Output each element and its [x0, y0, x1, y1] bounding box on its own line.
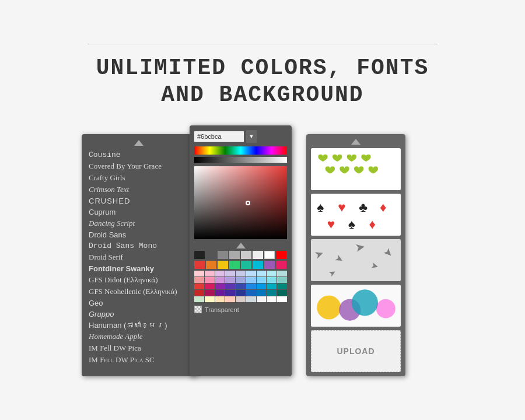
list-item[interactable]: Dancing Script [89, 218, 195, 229]
palette-cell[interactable] [277, 284, 287, 289]
list-item[interactable]: Fontdiner Swanky [89, 263, 195, 274]
swatch[interactable] [194, 261, 205, 269]
svg-point-19 [352, 289, 378, 316]
swatch[interactable] [229, 251, 240, 259]
swatch[interactable] [264, 251, 275, 259]
palette-cell[interactable] [246, 271, 256, 276]
palette-cell[interactable] [205, 277, 215, 283]
rainbow-slider[interactable] [194, 146, 287, 155]
palette-cell[interactable] [205, 296, 215, 302]
list-item[interactable]: Homemade Apple [89, 331, 195, 342]
palette-cell[interactable] [194, 284, 204, 289]
bg-thumbnail-3[interactable]: ➤ ➤ ➤ ➤ ➤ ➤ [311, 239, 401, 281]
swatch[interactable] [241, 251, 251, 259]
swatch[interactable] [194, 251, 205, 259]
list-item[interactable]: IM Fell DW Pica [89, 342, 195, 354]
list-item[interactable]: Droid Serif [89, 251, 195, 263]
palette-cell[interactable] [194, 290, 204, 296]
swatch[interactable] [206, 251, 216, 259]
palette-cell[interactable] [225, 271, 235, 276]
palette-cell[interactable] [267, 284, 276, 289]
swatch[interactable] [276, 261, 286, 269]
color-scroll-up[interactable] [194, 243, 287, 249]
list-item[interactable]: Gruppo [89, 309, 195, 320]
bg-thumbnails: ♠ ♥ ♣ ♦ ♥ ♠ ♦ ➤ ➤ [311, 148, 401, 372]
palette-cell[interactable] [267, 277, 276, 283]
color-saturation-field[interactable] [194, 166, 287, 239]
swatch[interactable] [218, 251, 228, 259]
bg-scroll-up[interactable] [311, 139, 401, 145]
font-scroll-up[interactable] [82, 140, 195, 146]
palette-cell[interactable] [257, 277, 267, 283]
palette-cell[interactable] [267, 296, 276, 302]
color-hex-input[interactable] [194, 131, 244, 142]
palette-cell[interactable] [267, 271, 276, 276]
palette-cell[interactable] [277, 290, 287, 296]
swatch[interactable] [241, 261, 251, 269]
transparent-checkbox[interactable] [194, 306, 202, 313]
swatch[interactable] [229, 261, 240, 269]
palette-cell[interactable] [194, 296, 204, 302]
arrow-up-icon[interactable] [236, 243, 246, 249]
list-item[interactable]: Crimson Text [89, 184, 195, 195]
palette-cell[interactable] [246, 290, 256, 296]
swatch[interactable] [206, 261, 216, 269]
palette-cell[interactable] [215, 296, 225, 302]
palette-cell[interactable] [246, 284, 256, 289]
list-item[interactable]: Cousine [89, 149, 195, 160]
palette-cell[interactable] [246, 296, 256, 302]
palette-cell[interactable] [194, 271, 204, 276]
list-item[interactable]: Cuprum [89, 206, 195, 218]
palette-cell[interactable] [215, 290, 225, 296]
palette-cell[interactable] [257, 271, 267, 276]
swatch[interactable] [276, 251, 286, 259]
list-item[interactable]: Geo [89, 298, 195, 309]
swatch[interactable] [253, 251, 263, 259]
palette-cell[interactable] [205, 271, 215, 276]
list-item[interactable]: IM Fell DW Pica SC [89, 354, 195, 366]
bg-thumbnail-2[interactable]: ♠ ♥ ♣ ♦ ♥ ♠ ♦ [311, 194, 401, 236]
color-dropdown-btn[interactable]: ▼ [246, 130, 257, 143]
list-item[interactable]: Hanuman (ភាសាខ្មែរ) [89, 320, 195, 331]
arrow-up-icon[interactable] [134, 140, 144, 146]
palette-cell[interactable] [205, 284, 215, 289]
list-item[interactable]: Droid Sans [89, 229, 195, 240]
palette-cell[interactable] [194, 277, 204, 283]
palette-cell[interactable] [236, 296, 246, 302]
palette-cell[interactable] [277, 277, 287, 283]
palette-cell[interactable] [225, 284, 235, 289]
swatch[interactable] [253, 261, 263, 269]
palette-cell[interactable] [236, 271, 246, 276]
palette-cell[interactable] [257, 284, 267, 289]
list-item[interactable]: Crafty Girls [89, 172, 195, 184]
gray-slider[interactable] [194, 157, 287, 163]
palette-cell[interactable] [205, 290, 215, 296]
list-item[interactable]: GFS Didot (Ελληνικά) [89, 274, 195, 286]
palette-cell[interactable] [277, 296, 287, 302]
palette-cell[interactable] [257, 296, 267, 302]
palette-cell[interactable] [257, 290, 267, 296]
list-item[interactable]: GFS Neohellenic (Ελληνικά) [89, 286, 195, 298]
bg-upload-button[interactable]: UPLOAD [311, 330, 401, 372]
palette-cell[interactable] [225, 277, 235, 283]
list-item[interactable]: Droid Sans Mono [89, 240, 195, 251]
bg-thumbnail-4[interactable] [311, 285, 401, 327]
palette-cell[interactable] [215, 271, 225, 276]
swatch[interactable] [218, 261, 228, 269]
palette-cell[interactable] [215, 284, 225, 289]
palette-cell[interactable] [215, 277, 225, 283]
list-item[interactable]: CRUSHED [89, 195, 195, 206]
swatch[interactable] [264, 261, 275, 269]
palette-cell[interactable] [225, 296, 235, 302]
palette-cell[interactable] [236, 277, 246, 283]
arrow-up-icon[interactable] [351, 139, 360, 145]
palette-cell[interactable] [236, 284, 246, 289]
palette-cell[interactable] [246, 277, 256, 283]
palette-cell[interactable] [267, 290, 276, 296]
svg-text:♣: ♣ [359, 200, 368, 215]
palette-cell[interactable] [225, 290, 235, 296]
list-item[interactable]: Covered By Your Grace [89, 160, 195, 172]
bg-thumbnail-1[interactable] [311, 148, 401, 190]
palette-cell[interactable] [277, 271, 287, 276]
palette-cell[interactable] [236, 290, 246, 296]
